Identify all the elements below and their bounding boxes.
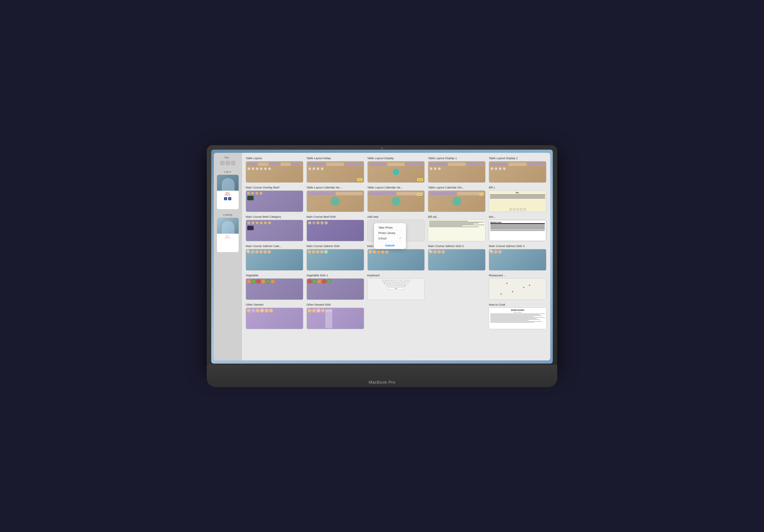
item-label: Bill sal... xyxy=(428,215,485,218)
list-item[interactable]: Main Course Salmon Dish xyxy=(306,244,364,271)
item-thumb[interactable]: din xyxy=(428,191,485,212)
sidebar-card-loading[interactable]: MealPlanner xyxy=(217,217,239,252)
item-thumb[interactable]: BILL xyxy=(489,191,546,212)
list-item[interactable]: Table Layout Delay xyxy=(306,157,364,183)
item-label: Restaurant ... xyxy=(489,274,546,277)
sidebar-loading-label: Loading xyxy=(223,213,232,216)
item-label: Table Layout Calendar Ne... xyxy=(306,186,364,189)
item-thumb-empty xyxy=(367,304,425,326)
popup-label: iCloud xyxy=(378,237,387,240)
social-icons: t f xyxy=(224,197,231,200)
item-thumb[interactable] xyxy=(306,278,364,300)
list-item[interactable]: Table Layout Calendar Din... din xyxy=(428,186,485,212)
list-item[interactable]: Main Course Beef Dish xyxy=(306,215,364,241)
grid-row-3: Main Course Beef Category xyxy=(246,215,546,241)
sidebar-sys-label: Sys... xyxy=(224,156,231,159)
list-item[interactable]: Other Dessert xyxy=(246,303,303,329)
item-thumb[interactable] xyxy=(246,161,303,183)
item-label: Main Course Beef Dish xyxy=(306,215,364,218)
item-thumb[interactable]: Delay xyxy=(306,161,364,183)
item-thumb[interactable] xyxy=(246,220,303,241)
item-thumb-empty xyxy=(428,275,485,297)
item-label: Table Layout xyxy=(246,157,303,160)
item-thumb[interactable]: Nutrition Facts xyxy=(489,220,546,241)
item-thumb[interactable] xyxy=(246,191,303,212)
popup-take-photo[interactable]: Take Photo xyxy=(377,225,403,230)
sidebar-login-label: Log in xyxy=(224,170,231,173)
list-item[interactable]: Bill 1 BILL xyxy=(489,186,546,212)
laptop: Sys... Log in MealPlanner xyxy=(207,145,557,387)
list-item[interactable]: How to Cook BAKED SALMON by Luis Graham xyxy=(489,303,546,329)
item-thumb-empty xyxy=(428,304,485,326)
item-thumb[interactable] xyxy=(306,220,364,241)
item-label: Other Dessert xyxy=(246,303,303,306)
list-item[interactable]: Main Course Salmon Dish 3 W xyxy=(489,244,546,271)
list-item[interactable]: Add new + Take Photo xyxy=(367,215,425,241)
item-thumb[interactable] xyxy=(489,278,546,300)
list-item[interactable]: Vegetable xyxy=(246,274,303,300)
camera xyxy=(381,147,383,149)
list-item[interactable]: Other Dessert Dish dish info xyxy=(306,303,364,329)
sidebar-icon-2[interactable] xyxy=(226,161,230,165)
item-label: Table Layout Calendar Din... xyxy=(428,186,485,189)
popup-icloud[interactable]: iCloud ✓ xyxy=(377,236,403,241)
list-item[interactable]: Table Layout Display 1 xyxy=(428,157,485,183)
list-item[interactable]: Main Course Beef Category xyxy=(246,215,303,241)
list-item[interactable]: Table Layout Display 2 xyxy=(489,157,546,183)
item-thumb[interactable]: dish info xyxy=(306,308,364,329)
item-thumb[interactable] xyxy=(428,220,485,241)
item-label: Main Course Salmon Dish 3 xyxy=(489,244,546,248)
list-item[interactable]: Bill sal... xyxy=(428,215,485,241)
item-label: Vegetable xyxy=(246,274,303,277)
sidebar-icon-1[interactable] xyxy=(220,161,225,165)
item-label: Main Course Salmon Dish 2 xyxy=(428,244,485,248)
item-thumb[interactable]: QWE RTY UIO P ASD FGH JKL xyxy=(367,278,425,300)
item-label: Bill 1 xyxy=(489,186,546,189)
list-item[interactable]: Nut... Nutrition Facts xyxy=(489,215,546,241)
list-item[interactable]: Vegetable Dish 1 xyxy=(306,274,364,300)
sidebar-card-login[interactable]: MealPlanner t f xyxy=(217,175,239,209)
item-thumb[interactable]: Display xyxy=(367,161,425,183)
item-label: Nut... xyxy=(489,215,546,218)
item-thumb[interactable] xyxy=(306,249,364,271)
list-item[interactable]: Main Course Salmon Dish 2 W xyxy=(428,244,485,271)
popup-check-icon: ✓ xyxy=(399,237,401,240)
sidebar-icon-3[interactable] xyxy=(231,161,236,165)
item-thumb[interactable]: bubble xyxy=(367,191,425,212)
sidebar-icon-group xyxy=(220,161,236,165)
item-label: Main Course Salmon Dish xyxy=(306,244,364,248)
popup-photo-library[interactable]: Photo Library xyxy=(377,230,403,236)
item-thumb[interactable] xyxy=(367,249,425,271)
item-thumb[interactable]: BAKED SALMON by Luis Graham xyxy=(489,308,546,329)
item-thumb[interactable] xyxy=(489,161,546,183)
item-label: Main Course Beef Category xyxy=(246,215,303,218)
list-item[interactable]: Restaurant ... xyxy=(489,274,546,300)
item-thumb[interactable] xyxy=(428,161,485,183)
list-item[interactable]: Keyboard QWE RTY UIO P xyxy=(367,274,425,300)
list-item[interactable]: Table Layout Display xyxy=(367,157,425,183)
item-thumb[interactable]: W xyxy=(246,249,303,271)
popup-cancel-button[interactable]: Cancel xyxy=(377,243,403,247)
list-item[interactable]: Table Layout xyxy=(246,157,303,183)
item-thumb[interactable]: W xyxy=(489,249,546,271)
popup-label: Photo Library xyxy=(378,231,396,235)
item-thumb[interactable] xyxy=(246,308,303,329)
list-item[interactable]: Main Course Salmon Cate... W xyxy=(246,244,303,271)
grid-row-6: Other Dessert xyxy=(246,303,546,329)
list-item[interactable]: Table Layout Calendar Ne... bubble xyxy=(367,186,425,212)
screen-bezel: Sys... Log in MealPlanner xyxy=(207,145,557,368)
list-item[interactable]: Table Layout Calendar Ne... xyxy=(306,186,364,212)
item-thumb[interactable]: + Take Photo Photo Library xyxy=(367,220,425,241)
item-thumb[interactable] xyxy=(306,191,364,212)
list-item[interactable]: Main Course Overlay Beef xyxy=(246,186,303,212)
item-thumb[interactable] xyxy=(246,278,303,300)
facebook-icon[interactable]: f xyxy=(228,197,231,200)
sidebar: Sys... Log in MealPlanner xyxy=(214,153,242,360)
screen: Sys... Log in MealPlanner xyxy=(211,150,553,363)
sidebar-arch-loading xyxy=(217,218,239,234)
item-thumb[interactable]: W xyxy=(428,249,485,271)
grid-row-1: Table Layout xyxy=(246,157,546,183)
twitter-icon[interactable]: t xyxy=(224,197,227,200)
main-content[interactable]: Table Layout xyxy=(242,153,550,360)
item-label: Main Course Salmon Cate... xyxy=(246,244,303,248)
